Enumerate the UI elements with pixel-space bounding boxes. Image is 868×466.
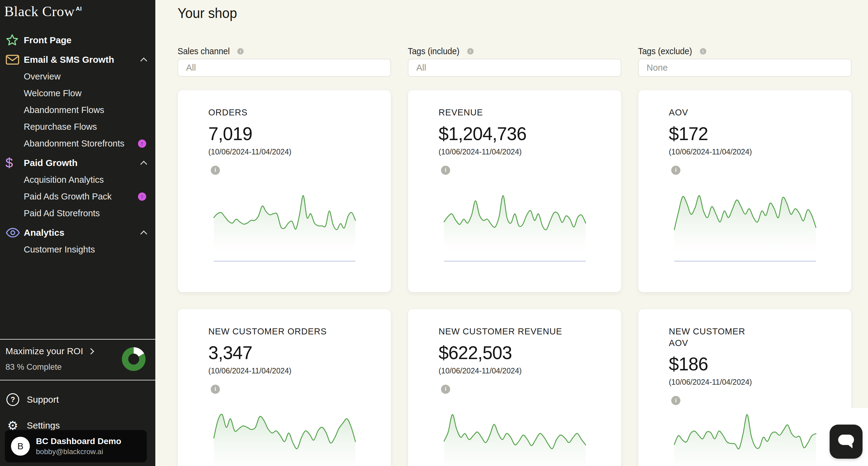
sidebar-item-acquisition-analytics[interactable]: Acquisition Analytics	[0, 172, 155, 188]
sidebar-item-label: Paid Ads Growth Pack	[24, 192, 112, 201]
avatar: B	[11, 437, 30, 456]
sidebar-item-welcome-flow[interactable]: Welcome Flow	[0, 85, 155, 102]
sidebar-item-label: Front Page	[24, 35, 71, 45]
sales-channel-input[interactable]	[178, 59, 391, 77]
sidebar-item-abandonment-storefronts[interactable]: Abandonment Storefronts ↑	[0, 135, 155, 152]
filter-label: Tags (exclude)	[638, 46, 692, 56]
sidebar-item-label: Customer Insights	[24, 245, 95, 255]
info-icon[interactable]: i	[671, 166, 680, 175]
sidebar-item-label: Paid Ad Storefronts	[24, 208, 100, 218]
metric-title: AOV	[669, 106, 688, 118]
chat-launcher-button[interactable]	[830, 425, 863, 459]
sidebar-item-paid-ads-growth-pack[interactable]: Paid Ads Growth Pack ↑	[0, 188, 155, 205]
sidebar-item-paid-ad-storefronts[interactable]: Paid Ad Storefronts	[0, 205, 155, 222]
metric-title: NEW CUSTOMER AOV	[669, 325, 745, 348]
star-icon	[5, 33, 24, 47]
upgrade-arrow-badge: ↑	[138, 139, 146, 148]
logo-text: Black Crow	[4, 3, 74, 19]
sidebar-section-paid-growth[interactable]: $ Paid Growth	[0, 154, 155, 172]
metric-period: (10/06/2024-11/04/2024)	[439, 147, 522, 157]
sparkline-chart	[674, 413, 816, 466]
metric-period: (10/06/2024-11/04/2024)	[208, 366, 291, 376]
gear-icon: ⚙	[6, 420, 20, 432]
metric-card-new-customer-orders: NEW CUSTOMER ORDERS 3,347 (10/06/2024-11…	[178, 309, 391, 466]
settings-label: Settings	[27, 420, 60, 431]
filter-label: Tags (include)	[408, 46, 460, 56]
metric-cards-grid: ORDERS 7,019 (10/06/2024-11/04/2024) i R…	[178, 90, 851, 466]
dashboard: Black CrowAI Front Page Email & SMS Grow…	[0, 0, 868, 466]
info-icon[interactable]: i	[700, 48, 706, 55]
sidebar-item-customer-insights[interactable]: Customer Insights	[0, 241, 155, 258]
user-account-card[interactable]: B BC Dashboard Demo bobby@blackcrow.ai	[5, 430, 147, 462]
sidebar-item-overview[interactable]: Overview	[0, 68, 155, 85]
roi-title-label: Maximize your ROI	[5, 346, 83, 356]
sidebar-section-analytics[interactable]: Analytics	[0, 224, 155, 241]
metric-value: 3,347	[208, 343, 252, 363]
metric-card-orders: ORDERS 7,019 (10/06/2024-11/04/2024) i	[178, 90, 391, 292]
info-icon[interactable]: i	[237, 48, 244, 55]
info-icon[interactable]: i	[671, 396, 680, 405]
sidebar-item-label: Welcome Flow	[24, 88, 82, 98]
support-label: Support	[27, 395, 59, 405]
metric-title: REVENUE	[439, 106, 483, 118]
metric-value: $1,204,736	[439, 124, 526, 144]
sparkline-chart	[674, 194, 816, 261]
sidebar-item-label: Repurchase Flows	[24, 122, 97, 132]
sidebar-item-label: Abandonment Flows	[24, 105, 104, 115]
sidebar: Black CrowAI Front Page Email & SMS Grow…	[0, 0, 155, 466]
sidebar-item-front-page[interactable]: Front Page	[0, 32, 155, 49]
metric-title: NEW CUSTOMER REVENUE	[439, 325, 562, 337]
filter-label: Sales channel	[178, 46, 230, 56]
chevron-right-icon	[88, 348, 94, 354]
sidebar-nav: Front Page Email & SMS Growth Overview W…	[0, 32, 155, 258]
filter-sales-channel: Sales channel i	[178, 46, 391, 77]
metric-value: $186	[669, 354, 708, 374]
question-circle-icon: ?	[6, 393, 20, 406]
page-title: Your shop	[178, 5, 237, 21]
metric-period: (10/06/2024-11/04/2024)	[208, 147, 291, 157]
chat-bubble-icon	[838, 434, 855, 449]
sidebar-section-email-sms-growth[interactable]: Email & SMS Growth	[0, 51, 155, 68]
filter-tags-exclude: Tags (exclude) i	[638, 46, 851, 77]
info-icon[interactable]: i	[467, 48, 474, 55]
maximize-roi-link[interactable]: Maximize your ROI	[5, 346, 93, 356]
eye-icon	[5, 227, 24, 239]
sidebar-item-repurchase-flows[interactable]: Repurchase Flows	[0, 119, 155, 135]
dollar-icon: $	[5, 156, 24, 169]
info-icon[interactable]: i	[441, 166, 450, 175]
metric-period: (10/06/2024-11/04/2024)	[439, 366, 522, 376]
metric-value: $622,503	[439, 343, 512, 363]
user-name: BC Dashboard Demo	[36, 436, 121, 446]
metric-title: NEW CUSTOMER ORDERS	[208, 325, 327, 337]
sidebar-section-label: Analytics	[24, 227, 64, 238]
info-icon[interactable]: i	[211, 385, 220, 394]
sparkline-chart	[214, 413, 355, 466]
user-meta: BC Dashboard Demo bobby@blackcrow.ai	[36, 436, 121, 456]
black-crow-logo[interactable]: Black CrowAI	[4, 3, 82, 20]
support-button[interactable]: ? Support	[0, 391, 155, 408]
chevron-up-icon	[141, 58, 147, 65]
metric-card-new-customer-aov: NEW CUSTOMER AOV $186 (10/06/2024-11/04/…	[638, 309, 851, 466]
envelope-icon	[5, 54, 24, 66]
metric-card-revenue: REVENUE $1,204,736 (10/06/2024-11/04/202…	[408, 90, 621, 292]
chevron-up-icon	[141, 161, 147, 168]
info-icon[interactable]: i	[441, 385, 450, 394]
filter-tags-include: Tags (include) i	[408, 46, 621, 77]
user-email: bobby@blackcrow.ai	[36, 447, 121, 456]
sparkline-chart	[444, 194, 586, 261]
tags-exclude-input[interactable]	[638, 59, 851, 77]
sidebar-item-label: Acquisition Analytics	[24, 175, 104, 185]
tags-include-input[interactable]	[408, 59, 621, 77]
sidebar-divider	[0, 380, 155, 380]
upgrade-arrow-badge: ↑	[138, 192, 146, 201]
metric-value: 7,019	[208, 124, 252, 144]
sparkline-baseline	[214, 261, 355, 261]
sidebar-divider	[0, 339, 155, 340]
sidebar-section-label: Email & SMS Growth	[24, 55, 114, 65]
sidebar-section-label: Paid Growth	[24, 158, 78, 168]
metric-period: (10/06/2024-11/04/2024)	[669, 377, 752, 387]
sidebar-item-label: Overview	[24, 71, 61, 82]
info-icon[interactable]: i	[211, 166, 220, 175]
sparkline-chart	[214, 194, 355, 261]
sidebar-item-abandonment-flows[interactable]: Abandonment Flows	[0, 102, 155, 119]
